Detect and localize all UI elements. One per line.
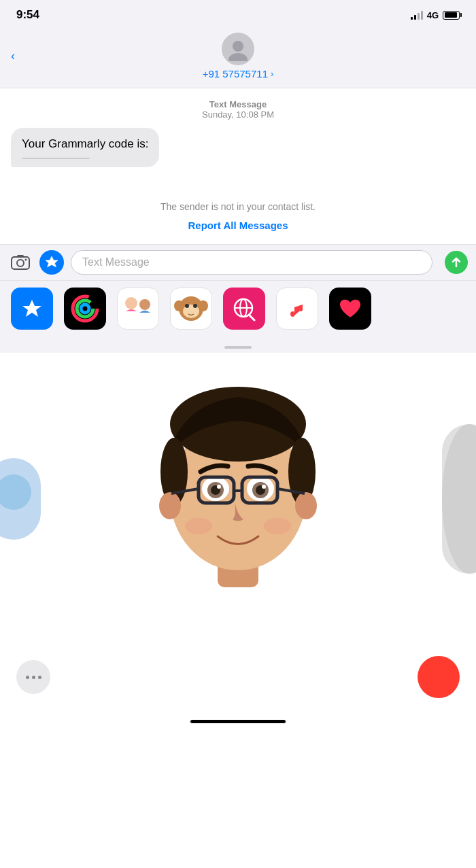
- warning-section: The sender is not in your contact list. …: [0, 178, 476, 245]
- more-button[interactable]: [16, 660, 50, 694]
- network-label: 4G: [427, 10, 439, 20]
- dot-2: [32, 676, 35, 679]
- appstore-drawer-icon[interactable]: [11, 288, 53, 330]
- message-meta: Text Message Sunday, 10:08 PM: [11, 99, 465, 120]
- home-indicator: [0, 714, 476, 731]
- svg-point-44: [442, 424, 476, 574]
- svg-point-32: [217, 485, 221, 489]
- svg-point-21: [0, 474, 31, 510]
- svg-point-43: [264, 518, 291, 534]
- nav-bar: ‹ +91 57575711 ›: [0, 27, 476, 88]
- drawer-app-music[interactable]: [276, 288, 318, 330]
- appstore-drawer-button[interactable]: [39, 250, 64, 275]
- side-memoji-right: [442, 424, 476, 574]
- svg-point-36: [262, 485, 266, 489]
- svg-line-20: [249, 315, 254, 320]
- drawer-app-heart[interactable]: [329, 288, 371, 330]
- drawer-app-websearch[interactable]: [223, 288, 265, 330]
- contact-info: +91 57575711 ›: [203, 33, 274, 80]
- status-time: 9:54: [16, 8, 39, 22]
- music-drawer-icon[interactable]: [276, 288, 318, 330]
- fitness-drawer-icon[interactable]: [64, 288, 106, 330]
- appstore-icon: [44, 255, 59, 270]
- bottom-controls: [0, 645, 476, 714]
- drawer-pill: [224, 346, 252, 349]
- app-drawer: [0, 280, 476, 336]
- back-button[interactable]: ‹: [11, 49, 15, 63]
- home-bar: [190, 720, 286, 723]
- camera-button[interactable]: [8, 250, 33, 275]
- record-button[interactable]: [418, 656, 460, 698]
- bubble-container: Your Grammarly code is:: [11, 128, 465, 167]
- svg-point-13: [185, 304, 189, 308]
- svg-point-8: [81, 305, 89, 313]
- drawer-pill-container: [0, 336, 476, 353]
- svg-point-16: [199, 300, 208, 311]
- svg-point-14: [193, 304, 197, 308]
- status-icons: 4G: [411, 10, 460, 20]
- websearch-drawer-icon[interactable]: [223, 288, 265, 330]
- dot-3: [38, 676, 41, 679]
- bubble-loading-indicator: [22, 158, 90, 159]
- app-drawer-row: [0, 288, 476, 330]
- avatar-image: [226, 37, 250, 61]
- status-bar: 9:54 4G: [0, 0, 476, 27]
- svg-point-3: [17, 260, 24, 266]
- camera-icon: [11, 254, 30, 271]
- svg-point-15: [174, 300, 184, 311]
- message-area: Text Message Sunday, 10:08 PM Your Gramm…: [0, 88, 476, 167]
- drawer-app-memoji-monk[interactable]: [170, 288, 212, 330]
- main-memoji: [143, 383, 333, 614]
- message-bubble: Your Grammarly code is:: [11, 128, 159, 167]
- heart-drawer-icon[interactable]: [329, 288, 371, 330]
- side-memoji-left: [0, 458, 41, 540]
- svg-rect-4: [17, 255, 24, 258]
- svg-point-10: [139, 299, 150, 310]
- contact-number[interactable]: +91 57575711 ›: [203, 68, 274, 80]
- send-icon: [450, 256, 462, 268]
- message-input-wrapper[interactable]: Text Message: [71, 250, 432, 275]
- bubble-text: Your Grammarly code is:: [22, 136, 148, 152]
- svg-point-27: [159, 492, 181, 519]
- svg-point-42: [185, 518, 212, 534]
- memoji-section: [0, 353, 476, 645]
- chevron-right-icon: ›: [271, 69, 273, 79]
- svg-rect-2: [12, 257, 29, 269]
- memoji-monk-drawer-icon[interactable]: [170, 288, 212, 330]
- message-input-placeholder: Text Message: [82, 256, 150, 268]
- chevron-left-icon: ‹: [11, 49, 15, 63]
- drawer-app-appstore[interactable]: [11, 288, 53, 330]
- battery-icon: [443, 11, 460, 20]
- svg-point-5: [25, 259, 27, 261]
- report-link[interactable]: Report All Messages: [16, 218, 460, 234]
- send-button[interactable]: [445, 251, 468, 274]
- signal-bars-icon: [411, 10, 423, 20]
- input-bar: Text Message: [0, 244, 476, 280]
- drawer-app-memoji-fam[interactable]: [117, 288, 159, 330]
- memoji-fam-drawer-icon[interactable]: [117, 288, 159, 330]
- drawer-app-fitness[interactable]: [64, 288, 106, 330]
- message-type-label: Text Message: [11, 99, 465, 109]
- svg-point-9: [125, 297, 137, 309]
- svg-point-1: [228, 53, 248, 61]
- svg-point-28: [295, 492, 317, 519]
- message-date-label: Sunday, 10:08 PM: [11, 109, 465, 120]
- avatar[interactable]: [222, 33, 254, 65]
- dot-1: [26, 676, 29, 679]
- svg-point-0: [233, 41, 243, 52]
- warning-text: The sender is not in your contact list.: [160, 201, 316, 212]
